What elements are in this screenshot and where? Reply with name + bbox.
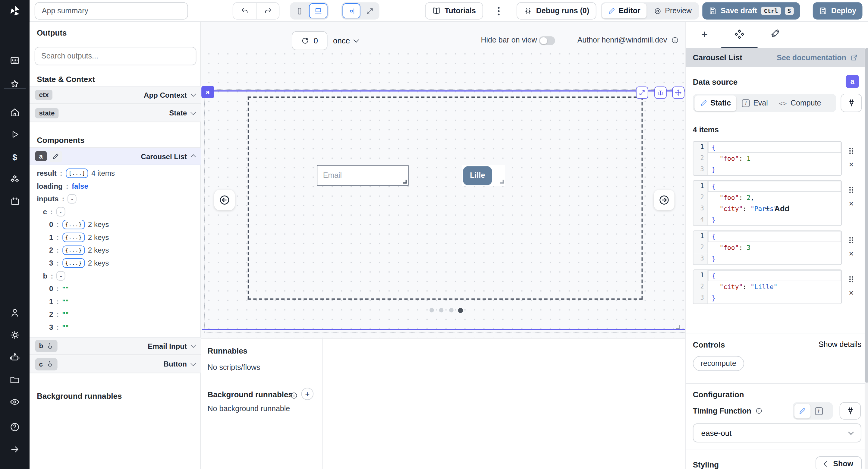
sidebar-item-variables[interactable]: $ <box>0 150 30 164</box>
component-row-button[interactable]: c Button <box>30 355 201 373</box>
carousel-dot[interactable] <box>430 308 434 313</box>
carousel-next-button[interactable] <box>654 190 674 210</box>
sidebar-item-help[interactable] <box>0 419 30 434</box>
sidebar-item-home[interactable] <box>0 105 30 119</box>
carousel-dot[interactable] <box>449 308 454 313</box>
email-input-component[interactable] <box>317 165 409 186</box>
sidebar-item-users[interactable] <box>0 305 30 319</box>
hide-bar-toggle[interactable] <box>539 36 555 45</box>
refresh-count-button[interactable]: 0 <box>292 31 327 50</box>
add-background-runnable-button[interactable]: + <box>301 387 313 400</box>
sidebar-item-apps[interactable] <box>0 53 30 67</box>
tree-row[interactable]: 0:"" <box>30 282 201 295</box>
tree-row[interactable]: 1:"" <box>30 295 201 308</box>
expand-chip[interactable]: {...} <box>62 258 85 268</box>
drag-handle-icon[interactable] <box>848 147 855 155</box>
mode-static[interactable]: Static <box>694 95 736 111</box>
sidebar-item-workers[interactable] <box>0 350 30 365</box>
tree-row[interactable]: 2:"" <box>30 308 201 321</box>
align-center-button[interactable] <box>342 3 360 19</box>
expand-component-button[interactable] <box>636 87 648 99</box>
timing-mode-eval[interactable]: f <box>810 404 827 418</box>
chevron-down-icon[interactable] <box>190 91 196 97</box>
tab-insert-component[interactable]: + <box>698 27 711 41</box>
carousel-dot-active[interactable] <box>458 308 463 313</box>
sidebar-item-audit-logs[interactable] <box>0 395 30 409</box>
component-row-email-input[interactable]: b Email Input <box>30 337 201 355</box>
tree-row[interactable]: b:- <box>30 270 201 282</box>
sidebar-item-resources[interactable] <box>0 172 30 186</box>
tree-row[interactable]: 0:{...}2 keys <box>30 218 201 231</box>
debug-runs-button[interactable]: Debug runs (0) <box>517 2 596 19</box>
sidebar-expand-button[interactable] <box>0 442 30 456</box>
resize-handle[interactable] <box>403 180 407 184</box>
expand-chip[interactable]: {...} <box>62 233 85 242</box>
json-editor[interactable]: 1{2 "foo": 13} <box>693 141 842 176</box>
carousel-item-container[interactable] <box>248 96 643 300</box>
info-icon[interactable] <box>290 392 298 399</box>
delete-item-icon[interactable]: × <box>849 249 854 258</box>
desktop-view-button[interactable] <box>309 3 327 19</box>
canvas-grid[interactable]: a Lille <box>201 53 685 338</box>
drag-handle-icon[interactable] <box>848 186 855 194</box>
chevron-down-icon[interactable] <box>190 361 196 366</box>
component-resize-handle[interactable] <box>676 325 680 329</box>
expand-chip[interactable]: - <box>56 207 65 216</box>
component-row-carousel[interactable]: a Carousel List <box>30 147 201 165</box>
windmill-logo[interactable] <box>0 0 30 22</box>
save-draft-button[interactable]: Save draft Ctrl S <box>702 2 800 19</box>
move-component-button[interactable] <box>672 87 684 99</box>
edit-id-button[interactable] <box>50 150 62 162</box>
lille-button-component[interactable]: Lille <box>463 166 492 185</box>
sidebar-item-schedules[interactable] <box>0 194 30 209</box>
chevron-up-icon[interactable] <box>190 154 196 160</box>
carousel-dot[interactable] <box>439 308 444 313</box>
carousel-prev-button[interactable] <box>214 190 235 210</box>
mode-eval[interactable]: f Eval <box>737 95 774 111</box>
more-menu-button[interactable] <box>494 2 504 19</box>
tree-row[interactable]: 3:{...}2 keys <box>30 256 201 270</box>
undo-button[interactable] <box>233 2 256 19</box>
tree-row[interactable]: result:[...]4 items <box>30 167 201 180</box>
add-item-button[interactable]: + Add <box>693 202 861 215</box>
json-editor[interactable]: 1{2 "foo": 33} <box>693 230 842 265</box>
tree-row[interactable]: 3:"" <box>30 321 201 334</box>
expand-chip[interactable]: - <box>68 194 77 204</box>
see-documentation-link[interactable]: See documentation <box>777 53 858 62</box>
component-b-chip[interactable]: b <box>35 340 58 352</box>
expand-chip[interactable]: {...} <box>62 220 85 229</box>
output-row-state[interactable]: state State <box>30 104 201 122</box>
timing-mode-static[interactable] <box>794 404 810 418</box>
panel-divider[interactable] <box>322 339 323 469</box>
expand-chip[interactable]: - <box>56 271 65 281</box>
mode-compute[interactable]: <> Compute <box>773 95 827 111</box>
redo-button[interactable] <box>256 2 279 19</box>
expand-chip[interactable]: {...} <box>62 245 85 255</box>
tab-styling[interactable] <box>768 27 781 41</box>
resize-handle[interactable] <box>500 180 504 184</box>
schedule-dropdown[interactable]: once <box>333 31 358 50</box>
timing-connect-button[interactable] <box>840 402 861 419</box>
delete-item-icon[interactable]: × <box>849 288 854 297</box>
deploy-button[interactable]: Deploy <box>813 2 863 19</box>
connect-data-button[interactable] <box>841 94 862 112</box>
chevron-down-icon[interactable] <box>190 110 196 115</box>
delete-item-icon[interactable]: × <box>849 160 854 168</box>
tree-row[interactable]: 2:{...}2 keys <box>30 244 201 257</box>
expand-chip[interactable]: [...] <box>66 168 88 178</box>
editor-tab[interactable]: Editor <box>602 3 647 19</box>
drag-handle-icon[interactable] <box>848 236 855 245</box>
tree-row[interactable]: c:- <box>30 205 201 218</box>
timing-function-select[interactable]: ease-out <box>693 424 861 442</box>
fullscreen-button[interactable] <box>361 3 378 19</box>
show-details-link[interactable]: Show details <box>686 340 861 349</box>
show-styling-button[interactable]: Show <box>815 456 862 469</box>
info-icon[interactable] <box>755 407 763 414</box>
recompute-chip[interactable]: recompute <box>693 356 744 371</box>
preview-tab[interactable]: Preview <box>648 3 698 19</box>
info-icon[interactable] <box>671 36 679 44</box>
anchor-component-button[interactable] <box>654 87 666 99</box>
tree-row[interactable]: inputs:- <box>30 193 201 206</box>
chevron-down-icon[interactable] <box>190 342 196 348</box>
sidebar-item-folders[interactable] <box>0 372 30 387</box>
